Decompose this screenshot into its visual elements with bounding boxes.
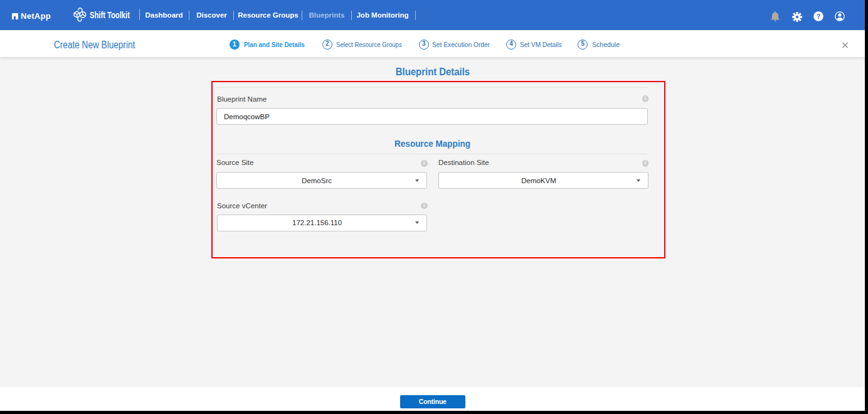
svg-text:?: ?: [816, 13, 820, 20]
